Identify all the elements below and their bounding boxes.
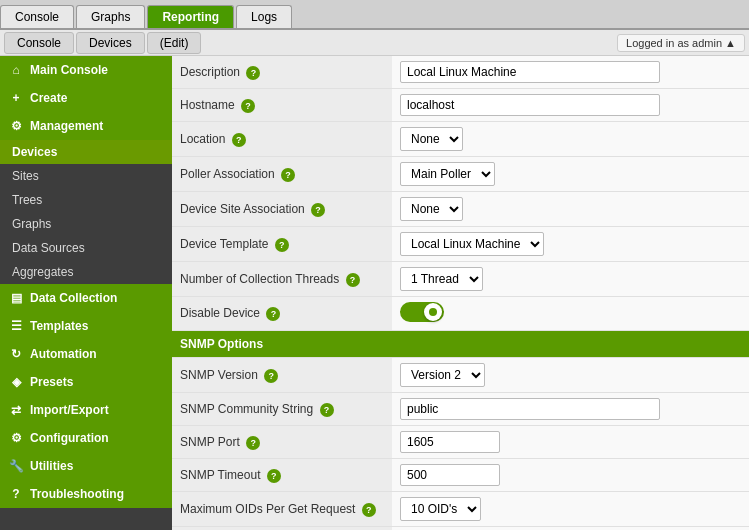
chart-icon: ▤ xyxy=(8,290,24,306)
site-label: Device Site Association ? xyxy=(172,192,392,227)
sidebar-item-data-collection[interactable]: ▤ Data Collection xyxy=(0,284,172,312)
sidebar-management-label: Management xyxy=(30,119,103,133)
threads-label: Number of Collection Threads ? xyxy=(172,262,392,297)
sidebar: ⌂ Main Console + Create ⚙ Management Dev… xyxy=(0,56,172,530)
poller-value: Main Poller xyxy=(392,157,749,192)
template-icon: ☰ xyxy=(8,318,24,334)
sidebar-sub-devices[interactable]: Devices xyxy=(0,140,172,164)
sidebar-sub-aggregates[interactable]: Aggregates xyxy=(0,260,172,284)
sidebar-item-configuration[interactable]: ⚙ Configuration xyxy=(0,424,172,452)
tab-graphs[interactable]: Graphs xyxy=(76,5,145,28)
location-select[interactable]: None xyxy=(401,128,462,150)
snmp-timeout-help-icon[interactable]: ? xyxy=(267,469,281,483)
sidebar-sub-datasources[interactable]: Data Sources xyxy=(0,236,172,260)
poller-select-wrap: Main Poller xyxy=(400,162,495,186)
row-snmp-community: SNMP Community String ? xyxy=(172,393,749,426)
snmp-port-value xyxy=(392,426,749,459)
tab-logs[interactable]: Logs xyxy=(236,5,292,28)
sidebar-sub-trees[interactable]: Trees xyxy=(0,188,172,212)
snmp-community-label: SNMP Community String ? xyxy=(172,393,392,426)
disable-label: Disable Device ? xyxy=(172,297,392,331)
template-value: Local Linux Machine xyxy=(392,227,749,262)
trouble-icon: ? xyxy=(8,486,24,502)
sub-tab-console[interactable]: Console xyxy=(4,32,74,54)
template-select-wrap: Local Linux Machine xyxy=(400,232,544,256)
snmp-port-input[interactable] xyxy=(400,431,500,453)
main-layout: ⌂ Main Console + Create ⚙ Management Dev… xyxy=(0,56,749,530)
form-table: Description ? Hostname ? xyxy=(172,56,749,530)
site-select[interactable]: None xyxy=(401,198,462,220)
disable-toggle[interactable] xyxy=(400,302,444,322)
snmp-community-help-icon[interactable]: ? xyxy=(320,403,334,417)
row-description: Description ? xyxy=(172,56,749,89)
max-oids-select[interactable]: 10 OID's xyxy=(401,498,480,520)
threads-help-icon[interactable]: ? xyxy=(346,273,360,287)
max-oids-value: 10 OID's xyxy=(392,492,749,527)
snmp-community-input[interactable] xyxy=(400,398,660,420)
max-oids-label: Maximum OIDs Per Get Request ? xyxy=(172,492,392,527)
hostname-value xyxy=(392,89,749,122)
poller-help-icon[interactable]: ? xyxy=(281,168,295,182)
disable-toggle-cell xyxy=(392,297,749,331)
threads-select[interactable]: 1 Thread xyxy=(401,268,482,290)
sub-tab-edit[interactable]: (Edit) xyxy=(147,32,202,54)
snmp-port-help-icon[interactable]: ? xyxy=(246,436,260,450)
row-poller: Poller Association ? Main Poller xyxy=(172,157,749,192)
logged-in-label: Logged in as admin ▲ xyxy=(617,34,745,52)
row-disable: Disable Device ? xyxy=(172,297,749,331)
tab-console[interactable]: Console xyxy=(0,5,74,28)
template-help-icon[interactable]: ? xyxy=(275,238,289,252)
hostname-label: Hostname ? xyxy=(172,89,392,122)
description-value xyxy=(392,56,749,89)
snmp-timeout-input[interactable] xyxy=(400,464,500,486)
row-location: Location ? None xyxy=(172,122,749,157)
template-select[interactable]: Local Linux Machine xyxy=(401,233,543,255)
location-help-icon[interactable]: ? xyxy=(232,133,246,147)
preset-icon: ◈ xyxy=(8,374,24,390)
sidebar-item-presets[interactable]: ◈ Presets xyxy=(0,368,172,396)
threads-value: 1 Thread xyxy=(392,262,749,297)
snmp-version-help-icon[interactable]: ? xyxy=(264,369,278,383)
sidebar-item-templates[interactable]: ☰ Templates xyxy=(0,312,172,340)
snmp-timeout-label: SNMP Timeout ? xyxy=(172,459,392,492)
sidebar-item-utilities[interactable]: 🔧 Utilities xyxy=(0,452,172,480)
row-max-oids: Maximum OIDs Per Get Request ? 10 OID's xyxy=(172,492,749,527)
row-template: Device Template ? Local Linux Machine xyxy=(172,227,749,262)
poller-select[interactable]: Main Poller xyxy=(401,163,494,185)
site-help-icon[interactable]: ? xyxy=(311,203,325,217)
sidebar-templates-label: Templates xyxy=(30,319,88,333)
sidebar-main-console-label: Main Console xyxy=(30,63,108,77)
snmp-section-header: SNMP Options xyxy=(172,331,749,358)
sidebar-item-troubleshooting[interactable]: ? Troubleshooting xyxy=(0,480,172,508)
sidebar-item-create[interactable]: + Create xyxy=(0,84,172,112)
site-select-wrap: None xyxy=(400,197,463,221)
sidebar-item-automation[interactable]: ↻ Automation xyxy=(0,340,172,368)
sub-tab-devices[interactable]: Devices xyxy=(76,32,145,54)
auto-icon: ↻ xyxy=(8,346,24,362)
row-snmp-timeout: SNMP Timeout ? xyxy=(172,459,749,492)
bulk-walk-value: Auto Detect on Re-Index xyxy=(392,527,749,531)
sidebar-data-collection-label: Data Collection xyxy=(30,291,117,305)
row-bulk-walk: Bulk Walk Maximum Repetitions ? Auto Det… xyxy=(172,527,749,531)
hostname-help-icon[interactable]: ? xyxy=(241,99,255,113)
sidebar-item-import-export[interactable]: ⇄ Import/Export xyxy=(0,396,172,424)
sidebar-item-main-console[interactable]: ⌂ Main Console xyxy=(0,56,172,84)
max-oids-help-icon[interactable]: ? xyxy=(362,503,376,517)
gear-icon: ⚙ xyxy=(8,118,24,134)
utilities-icon: 🔧 xyxy=(8,458,24,474)
snmp-version-select[interactable]: Version 2 xyxy=(401,364,484,386)
description-input[interactable] xyxy=(400,61,660,83)
description-help-icon[interactable]: ? xyxy=(246,66,260,80)
snmp-timeout-value xyxy=(392,459,749,492)
disable-help-icon[interactable]: ? xyxy=(266,307,280,321)
hostname-input[interactable] xyxy=(400,94,660,116)
sidebar-sub-graphs[interactable]: Graphs xyxy=(0,212,172,236)
tab-reporting[interactable]: Reporting xyxy=(147,5,234,28)
config-icon: ⚙ xyxy=(8,430,24,446)
sidebar-sub-sites[interactable]: Sites xyxy=(0,164,172,188)
sidebar-item-management[interactable]: ⚙ Management xyxy=(0,112,172,140)
template-label: Device Template ? xyxy=(172,227,392,262)
row-threads: Number of Collection Threads ? 1 Thread xyxy=(172,262,749,297)
home-icon: ⌂ xyxy=(8,62,24,78)
top-tab-bar: Console Graphs Reporting Logs xyxy=(0,0,749,30)
